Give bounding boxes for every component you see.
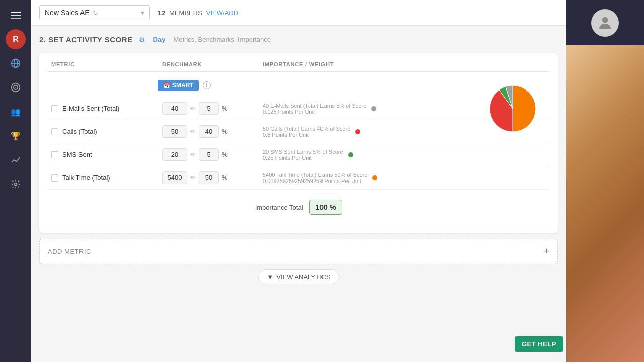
- avatar: [591, 9, 619, 37]
- metric-name: E-Mails Sent (Total): [51, 105, 162, 112]
- group-name: New Sales AE: [45, 9, 90, 17]
- color-dot: [372, 175, 377, 180]
- chevron-down-icon: ▼: [267, 273, 273, 281]
- add-metric-plus-icon[interactable]: +: [544, 246, 549, 257]
- col-benchmark: BENCHMARK: [162, 61, 263, 67]
- edit-icon[interactable]: ✏: [190, 174, 196, 182]
- section-title: 2. SET ACTIVITY SCORE: [39, 35, 133, 44]
- video-top: [566, 0, 644, 45]
- importance-cell: 20 SMS Sent Earns 5% of Score 0.25 Point…: [263, 149, 546, 161]
- smart-row: 📅 SMART i: [47, 76, 550, 97]
- video-bottom: [566, 45, 644, 362]
- svg-point-10: [602, 17, 608, 23]
- top-bar: New Sales AE ↻ ▾ 12 MEMBERS VIEW/ADD: [31, 0, 566, 26]
- metric-row: E-Mails Sent (Total) 40 ✏ 5 % 40 E-Mails…: [47, 97, 550, 120]
- metric-checkbox[interactable]: [51, 151, 58, 158]
- chevron-down-icon: ▾: [141, 9, 144, 17]
- tab-other: Metrics, Benchmarks, Importance: [173, 36, 271, 43]
- add-metric-label: ADD METRIC: [48, 248, 91, 255]
- edit-icon[interactable]: ✏: [190, 128, 196, 135]
- metric-row: Calls (Total) 50 ✏ 40 % 50 Calls (Total)…: [47, 120, 550, 143]
- color-dot: [355, 129, 360, 134]
- weight-input[interactable]: 50: [199, 171, 219, 184]
- metric-row: SMS Sent 20 ✏ 5 % 20 SMS Sent Earns 5% o…: [47, 143, 550, 166]
- add-metric-section[interactable]: ADD METRIC +: [39, 239, 558, 264]
- view-analytics-button[interactable]: ▼ VIEW ANALYTICS: [258, 269, 339, 284]
- percent-unit: %: [330, 203, 336, 211]
- section-header: 2. SET ACTIVITY SCORE ⚙ Day Metrics, Ben…: [39, 34, 558, 45]
- metric-row: Talk Time (Total) 5400 ✏ 50 % 5400 Talk …: [47, 166, 550, 190]
- members-info: 12 MEMBERS VIEW/ADD: [158, 9, 238, 17]
- benchmark-cell: 20 ✏ 5 %: [162, 148, 263, 161]
- refresh-icon: ↻: [93, 9, 98, 17]
- table-header: METRIC BENCHMARK IMPORTANCE / WEIGHT: [47, 61, 550, 72]
- pie-chart: [488, 83, 538, 134]
- importance-total-row: Importance Total 100 %: [47, 190, 550, 225]
- benchmark-value[interactable]: 40: [162, 102, 187, 115]
- metric-rows-container: E-Mails Sent (Total) 40 ✏ 5 % 40 E-Mails…: [47, 97, 550, 190]
- gear-icon: ⚙: [139, 36, 145, 44]
- smart-button[interactable]: 📅 SMART: [158, 80, 199, 91]
- svg-point-8: [15, 87, 16, 88]
- importance-total-label: Importance Total: [255, 204, 303, 211]
- edit-icon[interactable]: ✏: [190, 151, 196, 158]
- weight-input[interactable]: 5: [199, 148, 219, 161]
- benchmark-value[interactable]: 20: [162, 148, 187, 161]
- analytics-icon[interactable]: [6, 150, 26, 170]
- weight-input[interactable]: 5: [199, 102, 219, 115]
- edit-icon[interactable]: ✏: [190, 105, 196, 112]
- metric-name: SMS Sent: [51, 151, 162, 158]
- right-panel: [566, 0, 644, 362]
- get-help-button[interactable]: GET HELP: [515, 336, 564, 352]
- members-count: 12 MEMBERS: [158, 9, 202, 17]
- benchmark-value[interactable]: 50: [162, 125, 187, 138]
- calendar-icon: 📅: [163, 82, 170, 89]
- sidebar: R 👥 🏆: [0, 0, 31, 362]
- section-tabs: ⚙ Day Metrics, Benchmarks, Importance: [139, 34, 271, 45]
- metric-name: Talk Time (Total): [51, 174, 162, 182]
- benchmark-cell: 50 ✏ 40 %: [162, 125, 263, 138]
- metrics-card: METRIC BENCHMARK IMPORTANCE / WEIGHT 📅 S…: [39, 53, 558, 233]
- view-add-link[interactable]: VIEW/ADD: [206, 9, 238, 17]
- tab-day[interactable]: Day: [149, 34, 170, 45]
- col-metric: METRIC: [51, 61, 162, 67]
- info-icon[interactable]: i: [203, 81, 211, 89]
- group-selector[interactable]: New Sales AE ↻ ▾: [39, 5, 150, 20]
- menu-icon[interactable]: [6, 5, 26, 25]
- col-importance: IMPORTANCE / WEIGHT: [263, 61, 546, 67]
- settings-icon[interactable]: [6, 174, 26, 194]
- importance-total-value: 100 %: [309, 200, 343, 215]
- metric-checkbox[interactable]: [51, 128, 58, 135]
- benchmark-value[interactable]: 5400: [162, 171, 187, 184]
- svg-point-9: [15, 183, 17, 186]
- metric-checkbox[interactable]: [51, 105, 58, 112]
- benchmark-cell: 40 ✏ 5 %: [162, 102, 263, 115]
- view-analytics-bar: ▼ VIEW ANALYTICS: [39, 264, 558, 289]
- color-dot: [348, 152, 353, 157]
- logo-icon[interactable]: R: [6, 29, 26, 49]
- main-content: New Sales AE ↻ ▾ 12 MEMBERS VIEW/ADD 2. …: [31, 0, 566, 362]
- target-icon[interactable]: [6, 77, 26, 98]
- metric-checkbox[interactable]: [51, 174, 58, 182]
- metric-name: Calls (Total): [51, 128, 162, 135]
- svg-rect-2: [11, 18, 21, 19]
- benchmark-cell: 5400 ✏ 50 %: [162, 171, 263, 184]
- svg-rect-1: [11, 15, 21, 16]
- users-icon[interactable]: 👥: [6, 102, 26, 122]
- color-dot: [371, 106, 376, 111]
- importance-cell: 5400 Talk Time (Total) Earns 50% of Scor…: [263, 172, 546, 184]
- svg-rect-0: [11, 12, 21, 13]
- content-area: 2. SET ACTIVITY SCORE ⚙ Day Metrics, Ben…: [31, 26, 566, 362]
- trophy-icon[interactable]: 🏆: [6, 126, 26, 146]
- globe-icon[interactable]: [6, 53, 26, 73]
- weight-input[interactable]: 40: [199, 125, 219, 138]
